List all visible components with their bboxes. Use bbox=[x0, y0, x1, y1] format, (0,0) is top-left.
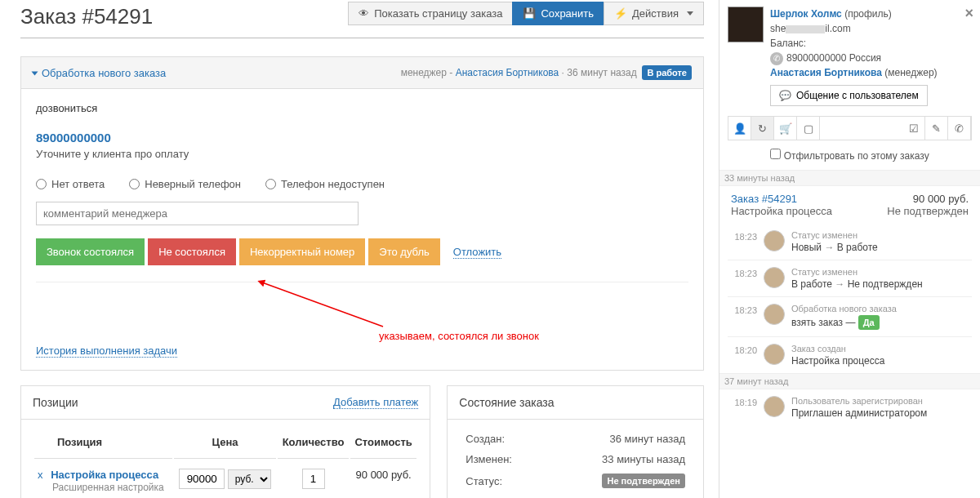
page-title: Заказ #54291 bbox=[20, 4, 342, 29]
position-link[interactable]: Настройка процесса bbox=[51, 469, 158, 481]
event-desc: В работе → Не подтвержден bbox=[791, 278, 970, 290]
bolt-icon: ⚡ bbox=[614, 7, 627, 20]
order-link[interactable]: Заказ #54291 bbox=[731, 193, 797, 205]
radio-unavailable[interactable]: Телефон недоступен bbox=[265, 178, 385, 190]
phone-icon: ✆ bbox=[770, 52, 783, 65]
annotation-text: указываем, состоялся ли звонок bbox=[379, 330, 539, 342]
created-label: Создан: bbox=[461, 429, 546, 448]
event-head: Статус изменен bbox=[791, 267, 970, 277]
add-payment-link[interactable]: Добавить платеж bbox=[333, 396, 418, 409]
event-desc: Новый → В работе bbox=[791, 242, 970, 253]
process-panel-toggle[interactable]: Обработка нового заказа bbox=[33, 67, 401, 79]
tab-edit[interactable]: ✎ bbox=[925, 117, 948, 140]
radio-no-answer[interactable]: Нет ответа bbox=[36, 178, 105, 190]
event-avatar bbox=[764, 396, 785, 417]
currency-select[interactable]: руб. bbox=[228, 469, 271, 489]
order-summary: Заказ #5429190 000 руб. Настройка процес… bbox=[728, 186, 972, 224]
modified-value: 33 минуты назад bbox=[548, 450, 690, 469]
event-desc: Настройка процесса bbox=[791, 355, 970, 367]
order-amount: 90 000 руб. bbox=[913, 193, 969, 205]
table-row: x Настройка процесса Расширенная настрой… bbox=[34, 460, 416, 493]
event-avatar bbox=[764, 304, 785, 325]
client-phone: 89000000000 bbox=[36, 131, 688, 145]
order-name: Настройка процесса bbox=[731, 205, 832, 217]
profile-manager-link[interactable]: Анастасия Бортникова bbox=[770, 67, 882, 78]
col-price: Цена bbox=[174, 429, 276, 459]
chevron-down-icon bbox=[687, 11, 693, 16]
event-avatar bbox=[764, 230, 785, 251]
event-item: 18:20Заказ созданНастройка процесса bbox=[728, 336, 972, 373]
task-text: дозвониться bbox=[36, 102, 688, 114]
profile-name-link[interactable]: Шерлок Холмс bbox=[770, 8, 842, 20]
radio-wrong-phone[interactable]: Неверный телефон bbox=[129, 178, 241, 190]
event-time: 18:19 bbox=[729, 396, 757, 407]
status-badge: В работе bbox=[642, 65, 692, 80]
col-qty: Количество bbox=[278, 429, 349, 459]
event-avatar bbox=[764, 267, 785, 288]
order-status: Не подтвержден bbox=[887, 205, 969, 217]
order-state-card: Состояние заказа Создан:36 минут назад И… bbox=[447, 385, 704, 498]
tab-history[interactable]: ↻ bbox=[751, 117, 774, 140]
cost-value: 90 000 руб. bbox=[350, 460, 416, 493]
status-label: Статус: bbox=[461, 470, 546, 491]
order-state-title: Состояние заказа bbox=[459, 396, 692, 409]
manager-comment-input[interactable] bbox=[36, 202, 359, 225]
modified-label: Изменен: bbox=[461, 450, 546, 469]
event-time: 18:23 bbox=[729, 267, 757, 278]
time-group-label: 37 минут назад bbox=[719, 373, 980, 389]
created-value: 36 минут назад bbox=[548, 429, 690, 448]
actions-dropdown[interactable]: ⚡Действия bbox=[604, 2, 704, 25]
delete-row-button[interactable]: x bbox=[38, 469, 43, 481]
task-hint: Уточните у клиента про оплату bbox=[36, 148, 688, 160]
position-subtitle: Расширенная настройка bbox=[52, 482, 164, 493]
tab-user[interactable]: 👤 bbox=[728, 117, 751, 140]
tab-cart[interactable]: 🛒 bbox=[774, 117, 797, 140]
status-value: Не подтвержден bbox=[548, 470, 690, 491]
profile-email: sheil.com bbox=[770, 21, 972, 36]
event-item: 18:23Статус измененНовый → В работе bbox=[728, 224, 972, 260]
balance-label: Баланс: bbox=[770, 36, 972, 51]
save-icon: 💾 bbox=[523, 7, 536, 20]
tab-check[interactable]: ☑ bbox=[902, 117, 925, 140]
event-head: Статус изменен bbox=[791, 230, 970, 240]
call-success-button[interactable]: Звонок состоялся bbox=[36, 238, 145, 265]
show-order-page-button[interactable]: 👁Показать страницу заказа bbox=[348, 2, 513, 25]
close-sidebar-button[interactable]: × bbox=[964, 5, 973, 22]
event-item: 18:23Обработка нового заказавзять заказ … bbox=[728, 296, 972, 336]
time-group-label: 33 минуты назад bbox=[719, 170, 980, 186]
call-fail-button[interactable]: Не состоялся bbox=[148, 238, 236, 265]
event-item: 18:19Пользователь зарегистрированПриглаш… bbox=[728, 389, 972, 425]
postpone-link[interactable]: Отложить bbox=[453, 246, 501, 259]
chat-button[interactable]: 💬Общение с пользователем bbox=[770, 85, 928, 106]
annotation-arrow bbox=[252, 278, 399, 335]
avatar bbox=[728, 7, 764, 42]
duplicate-button[interactable]: Это дубль bbox=[368, 238, 439, 265]
event-time: 18:20 bbox=[729, 344, 757, 355]
sidebar-tabs: 👤 ↻ 🛒 ▢ ☑ ✎ ✆ bbox=[728, 116, 972, 140]
price-input[interactable] bbox=[179, 469, 225, 489]
event-avatar bbox=[764, 344, 785, 365]
process-panel: Обработка нового заказа менеджер - Анаст… bbox=[20, 56, 704, 371]
manager-link[interactable]: Анастасия Бортникова bbox=[456, 67, 559, 78]
chat-icon: 💬 bbox=[779, 90, 791, 101]
event-time: 18:23 bbox=[729, 230, 757, 242]
event-time: 18:23 bbox=[729, 304, 757, 315]
tags-value: нет тегов bbox=[548, 493, 690, 498]
tab-call[interactable]: ✆ bbox=[948, 117, 971, 140]
save-button[interactable]: 💾Сохранить bbox=[512, 2, 604, 25]
caret-down-icon bbox=[32, 71, 38, 75]
event-head: Пользователь зарегистрирован bbox=[791, 396, 970, 406]
tab-device[interactable]: ▢ bbox=[797, 117, 820, 140]
profile-phone: ✆89000000000 Россия bbox=[770, 51, 972, 65]
task-history-link[interactable]: История выполнения задачи bbox=[36, 345, 177, 358]
event-desc: взять заказ — Да bbox=[791, 315, 970, 330]
col-cost: Стоимость bbox=[350, 429, 416, 459]
invalid-number-button[interactable]: Некорректный номер bbox=[239, 238, 365, 265]
tags-label: Теги: bbox=[461, 493, 546, 498]
eye-icon: 👁 bbox=[359, 7, 369, 20]
event-desc: Приглашен администратором bbox=[791, 407, 970, 419]
qty-input[interactable] bbox=[302, 469, 325, 489]
event-head: Заказ создан bbox=[791, 344, 970, 353]
positions-title: Позиции bbox=[33, 396, 333, 409]
filter-checkbox[interactable]: Отфильтровать по этому заказу bbox=[728, 149, 972, 162]
